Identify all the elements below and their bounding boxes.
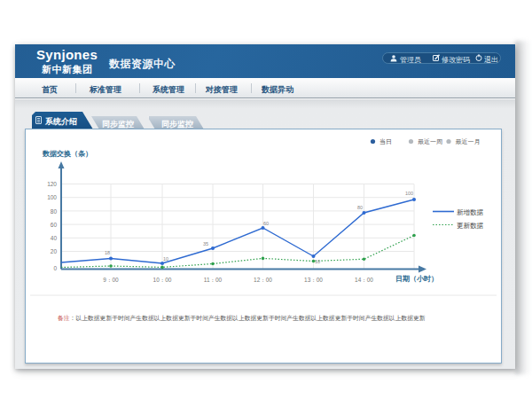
svg-text:备注：以上数据更新于时间产生数据以上数据更新于时间产生数据以: 备注：以上数据更新于时间产生数据以上数据更新于时间产生数据以上数据更新于时间产生… — [58, 315, 426, 322]
svg-text:100: 100 — [405, 191, 413, 196]
svg-text:最近一月: 最近一月 — [456, 138, 481, 145]
svg-text:20: 20 — [51, 248, 58, 254]
svg-text:13：00: 13：00 — [304, 277, 323, 283]
svg-text:80: 80 — [51, 208, 58, 215]
svg-text:0: 0 — [53, 265, 57, 271]
svg-text:40: 40 — [51, 235, 58, 241]
svg-text:新增数据: 新增数据 — [457, 208, 484, 216]
svg-text:当日: 当日 — [379, 138, 392, 145]
svg-text:10: 10 — [163, 256, 168, 262]
svg-text:60: 60 — [51, 222, 58, 228]
svg-text:120: 120 — [47, 181, 57, 187]
svg-text:35: 35 — [203, 241, 208, 246]
svg-text:更新数据: 更新数据 — [457, 222, 484, 230]
svg-text:数据交换（条）: 数据交换（条） — [42, 150, 92, 158]
svg-text:14：00: 14：00 — [355, 277, 373, 283]
svg-text:80: 80 — [357, 205, 363, 210]
svg-text:12：00: 12：00 — [254, 277, 272, 283]
svg-text:10：00: 10：00 — [153, 277, 172, 283]
svg-text:日期（小时）: 日期（小时） — [395, 275, 438, 283]
svg-text:最近一周: 最近一周 — [418, 138, 442, 145]
svg-text:9：00: 9：00 — [103, 277, 119, 283]
svg-text:10: 10 — [315, 259, 320, 264]
svg-text:11：00: 11：00 — [204, 277, 223, 283]
svg-text:100: 100 — [47, 194, 57, 200]
svg-text:60: 60 — [263, 221, 269, 226]
svg-text:18: 18 — [105, 250, 110, 255]
